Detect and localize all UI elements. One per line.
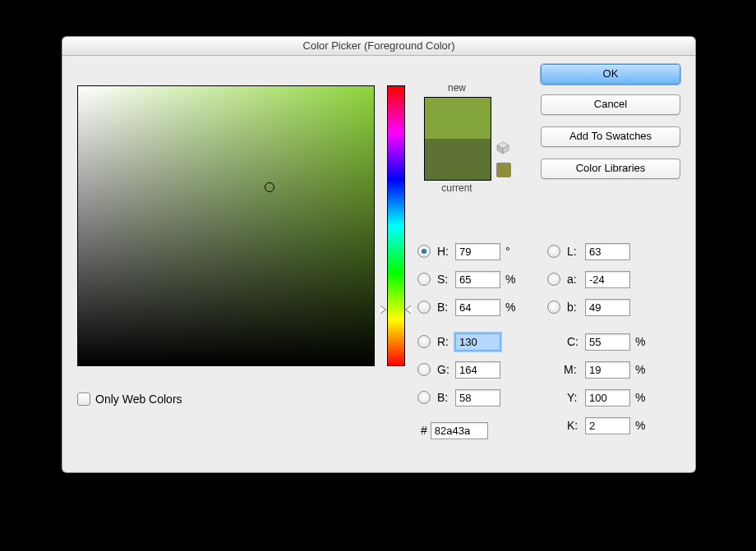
input-hsb-b[interactable]	[455, 299, 500, 316]
color-preview	[424, 97, 491, 181]
radio-l[interactable]	[547, 245, 560, 258]
unit-hsb-b: %	[505, 301, 515, 314]
unit-y: %	[635, 391, 645, 404]
hue-slider-thumb-right[interactable]	[406, 305, 412, 314]
radio-rgb-b[interactable]	[417, 391, 431, 404]
label-y: Y:	[567, 391, 585, 404]
unit-k: %	[635, 419, 645, 432]
radio-r[interactable]	[417, 335, 431, 348]
label-lab-b: b:	[567, 301, 585, 314]
label-g: G:	[437, 363, 455, 376]
input-g[interactable]	[455, 361, 500, 379]
row-c: C: %	[567, 332, 645, 351]
label-c: C:	[567, 335, 585, 348]
preview-current-swatch[interactable]	[425, 139, 491, 180]
input-lab-b[interactable]	[585, 299, 630, 316]
only-web-colors-checkbox[interactable]	[77, 393, 90, 406]
radio-hsb-b[interactable]	[417, 301, 431, 314]
row-rgb-b: B:	[417, 388, 500, 407]
row-y: Y: %	[567, 388, 645, 407]
cancel-button[interactable]: Cancel	[541, 94, 680, 115]
label-k: K:	[567, 419, 585, 432]
color-libraries-button[interactable]: Color Libraries	[541, 158, 680, 179]
hue-slider[interactable]	[387, 85, 405, 366]
row-lab-b: b:	[547, 297, 630, 317]
row-k: K: %	[567, 416, 645, 435]
titlebar[interactable]: Color Picker (Foreground Color)	[62, 37, 695, 56]
ok-button[interactable]: OK	[541, 64, 680, 85]
row-s: S: %	[417, 269, 515, 289]
input-m[interactable]	[585, 361, 630, 379]
only-web-colors-label: Only Web Colors	[95, 393, 182, 406]
input-a[interactable]	[585, 271, 630, 288]
unit-s: %	[505, 273, 515, 286]
unit-c: %	[635, 335, 645, 348]
row-r: R:	[417, 332, 500, 351]
button-column: OK Cancel Add To Swatches Color Librarie…	[541, 64, 680, 189]
radio-s[interactable]	[417, 273, 431, 286]
input-l[interactable]	[585, 243, 630, 260]
input-h[interactable]	[455, 243, 500, 260]
radio-h[interactable]	[417, 245, 431, 258]
label-s: S:	[437, 273, 455, 286]
unit-m: %	[635, 363, 645, 376]
hex-label: #	[421, 424, 427, 437]
new-label: new	[424, 82, 490, 94]
row-h: H: °	[417, 241, 510, 261]
color-field[interactable]	[77, 85, 375, 366]
hue-slider-thumb-left[interactable]	[380, 305, 385, 314]
input-k[interactable]	[585, 417, 630, 434]
input-c[interactable]	[585, 333, 630, 351]
unit-h: °	[505, 245, 510, 258]
current-label: current	[424, 182, 490, 194]
radio-g[interactable]	[417, 363, 431, 376]
add-to-swatches-button[interactable]: Add To Swatches	[541, 126, 680, 147]
radio-a[interactable]	[547, 273, 560, 286]
cube-icon[interactable]	[496, 141, 509, 154]
row-a: a:	[547, 269, 630, 289]
row-l: L:	[547, 241, 630, 261]
label-h: H:	[437, 245, 455, 258]
preview-new-swatch[interactable]	[425, 98, 491, 139]
label-hsb-b: B:	[437, 301, 455, 314]
input-s[interactable]	[455, 271, 500, 288]
label-r: R:	[437, 335, 455, 348]
row-hex: #	[421, 420, 488, 440]
nearest-web-swatch[interactable]	[496, 163, 511, 177]
label-a: a:	[567, 273, 585, 286]
row-g: G:	[417, 360, 500, 379]
input-y[interactable]	[585, 389, 630, 406]
color-field-cursor[interactable]	[265, 182, 274, 192]
row-m: M: %	[564, 360, 645, 379]
input-r[interactable]	[455, 333, 500, 351]
label-rgb-b: B:	[437, 391, 455, 404]
dialog-body: new current OK Cancel Add To Swatches Co…	[62, 56, 695, 473]
label-m: M:	[564, 363, 585, 376]
only-web-colors-row: Only Web Colors	[77, 389, 182, 409]
row-hsb-b: B: %	[417, 297, 515, 317]
radio-lab-b[interactable]	[547, 301, 560, 314]
input-hex[interactable]	[431, 422, 488, 439]
color-picker-dialog: Color Picker (Foreground Color) new curr…	[62, 36, 696, 473]
label-l: L:	[567, 245, 585, 258]
input-rgb-b[interactable]	[455, 389, 500, 406]
